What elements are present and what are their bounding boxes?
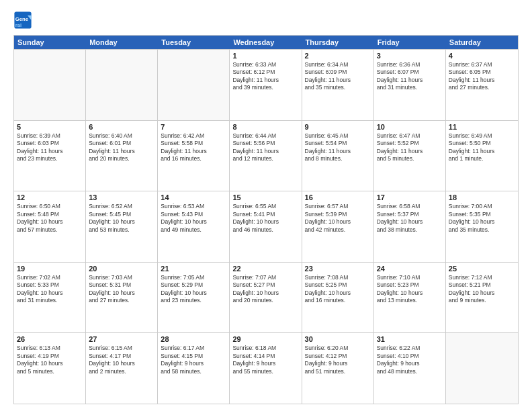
calendar-header-tuesday: Tuesday (158, 36, 230, 49)
day-number: 2 (305, 52, 371, 60)
calendar-cell: 1Sunrise: 6:33 AMSunset: 6:12 PMDaylight… (230, 50, 302, 120)
calendar-week-5: 26Sunrise: 6:13 AMSunset: 4:19 PMDayligh… (14, 332, 518, 404)
calendar-header-sunday: Sunday (14, 36, 86, 49)
calendar-cell: 17Sunrise: 6:58 AMSunset: 5:37 PMDayligh… (374, 191, 446, 262)
cell-text: Sunrise: 7:12 AMSunset: 5:21 PMDaylight:… (449, 274, 515, 305)
cell-text: Sunrise: 6:40 AMSunset: 6:01 PMDaylight:… (89, 132, 154, 163)
calendar-cell (446, 333, 518, 404)
day-number: 24 (377, 265, 443, 273)
day-number: 9 (305, 123, 371, 131)
day-number: 26 (17, 335, 83, 343)
svg-text:ral: ral (15, 22, 21, 28)
day-number: 12 (17, 193, 83, 201)
calendar: SundayMondayTuesdayWednesdayThursdayFrid… (13, 35, 519, 404)
cell-text: Sunrise: 6:45 AMSunset: 5:54 PMDaylight:… (305, 132, 371, 163)
calendar-cell: 15Sunrise: 6:55 AMSunset: 5:41 PMDayligh… (230, 191, 302, 262)
calendar-cell (86, 50, 158, 120)
cell-text: Sunrise: 7:05 AMSunset: 5:29 PMDaylight:… (161, 274, 226, 305)
calendar-cell: 10Sunrise: 6:47 AMSunset: 5:52 PMDayligh… (374, 121, 446, 191)
day-number: 4 (449, 52, 515, 60)
cell-text: Sunrise: 6:44 AMSunset: 5:56 PMDaylight:… (232, 132, 298, 163)
cell-text: Sunrise: 6:34 AMSunset: 6:09 PMDaylight:… (305, 61, 371, 92)
day-number: 30 (305, 335, 371, 343)
calendar-cell: 27Sunrise: 6:15 AMSunset: 4:17 PMDayligh… (86, 333, 158, 404)
cell-text: Sunrise: 6:17 AMSunset: 4:15 PMDaylight:… (161, 345, 226, 375)
cell-text: Sunrise: 6:18 AMSunset: 4:14 PMDaylight:… (232, 345, 298, 375)
day-number: 1 (232, 52, 298, 60)
calendar-cell: 14Sunrise: 6:53 AMSunset: 5:43 PMDayligh… (158, 191, 230, 262)
logo: Gene ral (13, 11, 35, 30)
calendar-header-thursday: Thursday (302, 36, 374, 49)
day-number: 11 (449, 123, 515, 131)
calendar-cell: 8Sunrise: 6:44 AMSunset: 5:56 PMDaylight… (230, 121, 302, 191)
calendar-cell: 11Sunrise: 6:49 AMSunset: 5:50 PMDayligh… (446, 121, 518, 191)
calendar-week-3: 12Sunrise: 6:50 AMSunset: 5:48 PMDayligh… (14, 191, 518, 262)
day-number: 28 (161, 335, 226, 343)
cell-text: Sunrise: 6:55 AMSunset: 5:41 PMDaylight:… (232, 203, 298, 234)
calendar-cell: 24Sunrise: 7:10 AMSunset: 5:23 PMDayligh… (374, 263, 446, 333)
calendar-cell: 29Sunrise: 6:18 AMSunset: 4:14 PMDayligh… (230, 333, 302, 404)
calendar-cell: 28Sunrise: 6:17 AMSunset: 4:15 PMDayligh… (158, 333, 230, 404)
day-number: 21 (161, 265, 226, 273)
calendar-header-saturday: Saturday (446, 36, 518, 49)
day-number: 31 (377, 335, 443, 343)
day-number: 16 (305, 193, 371, 201)
calendar-cell: 9Sunrise: 6:45 AMSunset: 5:54 PMDaylight… (302, 121, 374, 191)
day-number: 15 (232, 193, 298, 201)
day-number: 29 (232, 335, 298, 343)
day-number: 19 (17, 265, 83, 273)
cell-text: Sunrise: 6:52 AMSunset: 5:45 PMDaylight:… (89, 203, 154, 234)
cell-text: Sunrise: 6:15 AMSunset: 4:17 PMDaylight:… (89, 345, 154, 375)
day-number: 25 (449, 265, 515, 273)
day-number: 27 (89, 335, 154, 343)
cell-text: Sunrise: 6:50 AMSunset: 5:48 PMDaylight:… (17, 203, 83, 234)
calendar-cell (158, 50, 230, 120)
calendar-cell: 7Sunrise: 6:42 AMSunset: 5:58 PMDaylight… (158, 121, 230, 191)
calendar-cell: 6Sunrise: 6:40 AMSunset: 6:01 PMDaylight… (86, 121, 158, 191)
cell-text: Sunrise: 7:07 AMSunset: 5:27 PMDaylight:… (232, 274, 298, 305)
cell-text: Sunrise: 7:03 AMSunset: 5:31 PMDaylight:… (89, 274, 154, 305)
cell-text: Sunrise: 6:36 AMSunset: 6:07 PMDaylight:… (377, 61, 443, 92)
cell-text: Sunrise: 7:00 AMSunset: 5:35 PMDaylight:… (449, 203, 515, 234)
cell-text: Sunrise: 6:58 AMSunset: 5:37 PMDaylight:… (377, 203, 443, 234)
calendar-header-monday: Monday (86, 36, 158, 49)
day-number: 14 (161, 193, 226, 201)
logo-icon: Gene ral (13, 11, 32, 30)
cell-text: Sunrise: 7:02 AMSunset: 5:33 PMDaylight:… (17, 274, 83, 305)
day-number: 17 (377, 193, 443, 201)
calendar-body: 1Sunrise: 6:33 AMSunset: 6:12 PMDaylight… (14, 49, 518, 404)
day-number: 18 (449, 193, 515, 201)
day-number: 10 (377, 123, 443, 131)
cell-text: Sunrise: 6:47 AMSunset: 5:52 PMDaylight:… (377, 132, 443, 163)
cell-text: Sunrise: 6:39 AMSunset: 6:03 PMDaylight:… (17, 132, 83, 163)
day-number: 5 (17, 123, 83, 131)
cell-text: Sunrise: 6:20 AMSunset: 4:12 PMDaylight:… (305, 345, 371, 375)
calendar-week-2: 5Sunrise: 6:39 AMSunset: 6:03 PMDaylight… (14, 120, 518, 191)
cell-text: Sunrise: 6:33 AMSunset: 6:12 PMDaylight:… (232, 61, 298, 92)
cell-text: Sunrise: 6:37 AMSunset: 6:05 PMDaylight:… (449, 61, 515, 92)
calendar-header: SundayMondayTuesdayWednesdayThursdayFrid… (14, 36, 518, 49)
cell-text: Sunrise: 6:22 AMSunset: 4:10 PMDaylight:… (377, 345, 443, 375)
cell-text: Sunrise: 7:10 AMSunset: 5:23 PMDaylight:… (377, 274, 443, 305)
calendar-week-4: 19Sunrise: 7:02 AMSunset: 5:33 PMDayligh… (14, 262, 518, 333)
cell-text: Sunrise: 6:57 AMSunset: 5:39 PMDaylight:… (305, 203, 371, 234)
calendar-cell: 19Sunrise: 7:02 AMSunset: 5:33 PMDayligh… (14, 263, 86, 333)
day-number: 7 (161, 123, 226, 131)
calendar-cell: 31Sunrise: 6:22 AMSunset: 4:10 PMDayligh… (374, 333, 446, 404)
day-number: 22 (232, 265, 298, 273)
day-number: 3 (377, 52, 443, 60)
calendar-cell: 21Sunrise: 7:05 AMSunset: 5:29 PMDayligh… (158, 263, 230, 333)
cell-text: Sunrise: 6:13 AMSunset: 4:19 PMDaylight:… (17, 345, 83, 375)
calendar-cell: 16Sunrise: 6:57 AMSunset: 5:39 PMDayligh… (302, 191, 374, 262)
day-number: 23 (305, 265, 371, 273)
calendar-header-wednesday: Wednesday (230, 36, 302, 49)
cell-text: Sunrise: 7:08 AMSunset: 5:25 PMDaylight:… (305, 274, 371, 305)
calendar-cell: 26Sunrise: 6:13 AMSunset: 4:19 PMDayligh… (14, 333, 86, 404)
calendar-cell: 23Sunrise: 7:08 AMSunset: 5:25 PMDayligh… (302, 263, 374, 333)
calendar-cell: 5Sunrise: 6:39 AMSunset: 6:03 PMDaylight… (14, 121, 86, 191)
day-number: 20 (89, 265, 154, 273)
calendar-cell: 25Sunrise: 7:12 AMSunset: 5:21 PMDayligh… (446, 263, 518, 333)
calendar-cell: 12Sunrise: 6:50 AMSunset: 5:48 PMDayligh… (14, 191, 86, 262)
header: Gene ral (13, 11, 519, 30)
calendar-cell: 3Sunrise: 6:36 AMSunset: 6:07 PMDaylight… (374, 50, 446, 120)
